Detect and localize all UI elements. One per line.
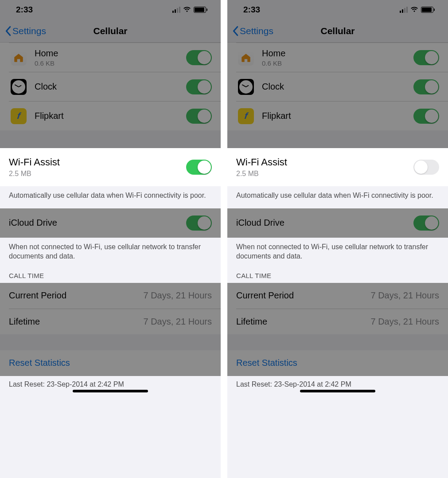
status-bar: 2:33 <box>227 0 448 20</box>
wifi-icon <box>183 5 191 15</box>
lifetime-value: 7 Days, 21 Hours <box>143 317 212 327</box>
wifi-assist-desc: Automatically use cellular data when Wi-… <box>0 186 221 208</box>
home-app-icon <box>11 50 27 66</box>
current-period-value: 7 Days, 21 Hours <box>143 290 212 301</box>
chevron-left-icon <box>232 26 239 36</box>
lifetime-label: Lifetime <box>236 317 370 327</box>
app-row-flipkart: f Flipkart <box>9 101 221 130</box>
last-reset-label: Last Reset: 23-Sep-2014 at 2:42 PM <box>0 376 221 397</box>
app-row-clock: Clock <box>9 72 221 101</box>
app-label: Flipkart <box>262 111 413 121</box>
phone-left: 2:33 Settings Cellular <box>0 0 221 478</box>
icloud-drive-row: iCloud Drive <box>0 208 221 238</box>
app-label: Clock <box>35 82 186 92</box>
status-bar: 2:33 <box>0 0 221 20</box>
status-time: 2:33 <box>16 5 33 15</box>
chevron-left-icon <box>4 26 12 36</box>
lifetime-label: Lifetime <box>9 317 143 327</box>
icloud-drive-desc: When not connected to Wi-Fi, use cellula… <box>227 238 448 269</box>
clock-app-icon <box>238 79 254 95</box>
wifi-icon <box>410 5 418 15</box>
wifi-assist-toggle[interactable] <box>413 160 439 175</box>
icloud-drive-desc: When not connected to Wi-Fi, use cellula… <box>0 238 221 269</box>
flipkart-app-icon: f <box>238 108 254 124</box>
call-time-header: CALL TIME <box>0 269 221 283</box>
home-indicator[interactable] <box>300 390 375 392</box>
wifi-assist-desc: Automatically use cellular data when Wi-… <box>227 186 448 208</box>
back-label: Settings <box>240 26 273 36</box>
wifi-assist-toggle[interactable] <box>186 160 212 175</box>
battery-icon <box>421 7 435 13</box>
wifi-assist-row: Wi-Fi Assist 2.5 MB <box>0 148 221 186</box>
toggle-flipkart[interactable] <box>186 109 212 124</box>
app-sublabel: 0.6 KB <box>35 59 186 67</box>
home-indicator[interactable] <box>73 390 148 392</box>
nav-bar: Settings Cellular <box>227 20 448 43</box>
app-sublabel: 0.6 KB <box>262 59 413 67</box>
app-label: Home <box>35 48 186 59</box>
cellular-signal-icon <box>400 7 408 13</box>
app-label: Home <box>262 48 413 59</box>
back-label: Settings <box>12 26 46 36</box>
toggle-home[interactable] <box>186 50 212 65</box>
lifetime-value: 7 Days, 21 Hours <box>370 317 439 327</box>
wifi-assist-sub: 2.5 MB <box>236 170 413 178</box>
call-time-header: CALL TIME <box>227 269 448 283</box>
battery-icon <box>194 7 207 13</box>
back-button[interactable]: Settings <box>0 26 46 36</box>
toggle-clock[interactable] <box>186 79 212 94</box>
reset-statistics-button[interactable]: Reset Statistics <box>227 350 448 376</box>
toggle-clock[interactable] <box>413 79 439 94</box>
icloud-drive-label: iCloud Drive <box>9 218 186 228</box>
clock-app-icon <box>11 79 27 95</box>
icloud-drive-row: iCloud Drive <box>227 208 448 238</box>
app-row-clock: Clock <box>236 72 448 101</box>
nav-bar: Settings Cellular <box>0 20 221 43</box>
current-period-row[interactable]: Current Period 7 Days, 21 Hours <box>0 283 221 309</box>
app-row-flipkart: f Flipkart <box>236 101 448 130</box>
wifi-assist-title: Wi-Fi Assist <box>236 157 413 168</box>
phone-right: 2:33 Settings Cellular <box>227 0 448 478</box>
lifetime-row[interactable]: Lifetime 7 Days, 21 Hours <box>236 309 448 334</box>
cellular-signal-icon <box>172 7 180 13</box>
wifi-assist-sub: 2.5 MB <box>9 170 186 178</box>
app-label: Flipkart <box>35 111 186 121</box>
icloud-drive-label: iCloud Drive <box>236 218 413 228</box>
app-row-home: Home 0.6 KB <box>9 43 221 72</box>
reset-statistics-label: Reset Statistics <box>9 358 212 368</box>
toggle-home[interactable] <box>413 50 439 65</box>
wifi-assist-title: Wi-Fi Assist <box>9 157 186 168</box>
icloud-drive-toggle[interactable] <box>413 215 439 231</box>
reset-statistics-label: Reset Statistics <box>236 358 439 368</box>
status-time: 2:33 <box>243 5 260 15</box>
current-period-label: Current Period <box>236 290 370 301</box>
last-reset-label: Last Reset: 23-Sep-2014 at 2:42 PM <box>227 376 448 397</box>
app-row-home: Home 0.6 KB <box>236 43 448 72</box>
current-period-value: 7 Days, 21 Hours <box>370 290 439 301</box>
lifetime-row[interactable]: Lifetime 7 Days, 21 Hours <box>9 309 221 334</box>
back-button[interactable]: Settings <box>227 26 273 36</box>
current-period-label: Current Period <box>9 290 143 301</box>
flipkart-app-icon: f <box>11 108 27 124</box>
wifi-assist-row: Wi-Fi Assist 2.5 MB <box>227 148 448 186</box>
toggle-flipkart[interactable] <box>413 109 439 124</box>
current-period-row[interactable]: Current Period 7 Days, 21 Hours <box>227 283 448 309</box>
reset-statistics-button[interactable]: Reset Statistics <box>0 350 221 376</box>
home-app-icon <box>238 50 254 66</box>
icloud-drive-toggle[interactable] <box>186 215 212 231</box>
app-label: Clock <box>262 82 413 92</box>
